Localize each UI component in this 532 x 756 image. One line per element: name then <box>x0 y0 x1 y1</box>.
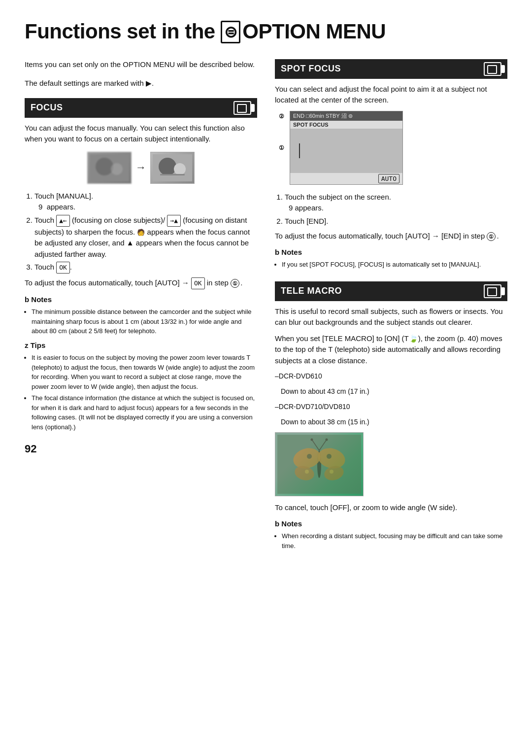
spot-focus-steps: Touch the subject on the screen.9 appear… <box>275 192 507 227</box>
left-column: Items you can set only on the OPTION MEN… <box>25 59 257 555</box>
title-option-label: OPTION MENU <box>242 20 386 43</box>
spot-step-1-text: Touch the subject on the screen. <box>285 193 391 201</box>
focus-tip-2: The focal distance information (the dist… <box>32 393 257 432</box>
spot-focus-section-header: SPOT FOCUS <box>275 59 507 79</box>
focus-tips-list: It is easier to focus on the subject by … <box>25 353 257 432</box>
intro-line1: Items you can set only on the OPTION MEN… <box>25 59 257 70</box>
spot-focus-heading: SPOT FOCUS <box>281 64 341 74</box>
tele-model-1-name: –DCR-DVD610 <box>275 371 507 381</box>
focus-blurry-image <box>87 152 132 184</box>
tele-cancel-note: To cancel, touch [OFF], or zoom to wide … <box>275 502 507 514</box>
tele-notes-list: When recording a distant subject, focusi… <box>275 531 507 550</box>
focus-steps: Touch [MANUAL].9 appears. Touch ▲← (focu… <box>25 191 257 274</box>
tele-macro-heading: TELE MACRO <box>281 286 342 296</box>
focus-ok-inline: OK <box>191 277 205 289</box>
spot-focus-description: You can select and adjust the focal poin… <box>275 84 507 106</box>
focus-close-btn: ▲← <box>56 215 70 227</box>
option-icon: ⊜ <box>221 21 241 43</box>
spot-screen-sub-label: SPOT FOCUS <box>293 122 329 128</box>
butterfly-svg <box>277 435 361 494</box>
focus-tips-heading: Tips <box>31 341 46 349</box>
focus-tip-1: It is easier to focus on the subject by … <box>32 353 257 391</box>
spot-screen-body <box>290 129 402 173</box>
focus-description: You can adjust the focus manually. You c… <box>25 123 257 145</box>
svg-point-1 <box>96 158 113 175</box>
focus-tips-section: z Tips It is easier to focus on the subj… <box>25 340 257 432</box>
title-prefix: Functions set in the <box>25 20 221 43</box>
spot-step-1b: 9 appears. <box>289 204 324 212</box>
focus-heading: FOCUS <box>31 103 63 113</box>
focus-far-btn: →▲ <box>167 215 181 227</box>
spot-label-1: ① <box>279 144 284 151</box>
right-column: SPOT FOCUS You can select and adjust the… <box>275 59 507 555</box>
focus-auto-note: To adjust the focus automatically, touch… <box>25 277 257 289</box>
tele-notes-section: b Notes When recording a distant subject… <box>275 518 507 551</box>
svg-rect-6 <box>160 174 185 175</box>
spot-focus-screen: END □60min STBY 沼 ⊜ SPOT FOCUS AUTO <box>290 111 403 185</box>
focus-note-1: The minimum possible distance between th… <box>32 307 257 336</box>
tele-model-2-name: –DCR-DVD710/DVD810 <box>275 402 507 412</box>
spot-note-1: If you set [SPOT FOCUS], [FOCUS] is auto… <box>282 260 507 270</box>
spot-label-2: ② <box>279 113 284 120</box>
tele-model-1-dist: Down to about 43 cm (17 in.) <box>281 386 507 397</box>
tele-macro-cam-icon <box>484 284 501 298</box>
svg-point-19 <box>311 439 313 441</box>
focus-notes-list: The minimum possible distance between th… <box>25 307 257 336</box>
page-title: Functions set in the ⊜OPTION MENU <box>25 20 507 44</box>
spot-notes-title: b Notes <box>275 247 507 258</box>
spot-auto-note: To adjust the focus automatically, touch… <box>275 231 507 242</box>
page-number: 92 <box>25 441 257 457</box>
spot-notes-list: If you set [SPOT FOCUS], [FOCUS] is auto… <box>275 260 507 270</box>
focus-step-circle-1: ① <box>231 279 239 288</box>
tele-note-1: When recording a distant subject, focusi… <box>282 531 507 550</box>
spot-screen-top-bar: END □60min STBY 沼 ⊜ <box>290 111 402 121</box>
focus-notes-title: b Notes <box>25 294 257 306</box>
spot-step-circle-1: ① <box>487 232 496 241</box>
spot-screen-bottom: AUTO <box>290 173 402 184</box>
intro-line2: The default settings are marked with ▶. <box>25 78 257 89</box>
tele-notes-title: b Notes <box>275 518 507 530</box>
tele-macro-description: This is useful to record small subjects,… <box>275 306 507 328</box>
tele-model-2-dist: Down to about 38 cm (15 in.) <box>281 417 507 427</box>
spot-focus-cam-icon <box>484 62 501 76</box>
blurry-img-svg <box>90 154 129 181</box>
spot-notes-section: b Notes If you set [SPOT FOCUS], [FOCUS]… <box>275 247 507 270</box>
svg-point-13 <box>307 454 312 459</box>
focus-step-1: Touch [MANUAL].9 appears. <box>34 191 257 213</box>
tele-macro-image <box>275 432 364 496</box>
spot-step-2: Touch [END]. <box>285 216 507 227</box>
spot-screen-top-text: END □60min STBY 沼 ⊜ <box>293 112 353 120</box>
tele-macro-section-header: TELE MACRO <box>275 281 507 301</box>
spot-auto-btn: AUTO <box>378 174 399 183</box>
focus-tips-title: z Tips <box>25 340 257 351</box>
svg-point-16 <box>330 470 333 474</box>
focus-arrow: → <box>135 161 146 174</box>
svg-point-20 <box>326 439 328 441</box>
svg-point-5 <box>174 163 186 175</box>
svg-point-15 <box>305 470 309 474</box>
focus-section-header: FOCUS <box>25 98 257 118</box>
spot-step-1: Touch the subject on the screen.9 appear… <box>285 192 507 214</box>
spot-cursor-line <box>299 143 305 158</box>
focus-notes-heading: Notes <box>31 295 52 304</box>
svg-point-2 <box>111 163 123 175</box>
focus-notes-section: b Notes The minimum possible distance be… <box>25 294 257 336</box>
svg-point-14 <box>327 454 332 459</box>
sharp-img-svg <box>153 154 192 181</box>
spot-notes-heading: Notes <box>281 248 302 256</box>
focus-sharp-image <box>150 152 195 184</box>
tele-macro-when-set: When you set [TELE MACRO] to [ON] (T🍃), … <box>275 333 507 367</box>
spot-screen-label: SPOT FOCUS <box>290 121 402 129</box>
svg-point-4 <box>159 158 176 175</box>
focus-step-2: Touch ▲← (focusing on close subjects)/ →… <box>34 215 257 260</box>
focus-step-3: Touch OK. <box>34 262 257 274</box>
focus-cam-icon <box>233 101 251 115</box>
focus-ok-btn: OK <box>56 262 70 274</box>
focus-images: → <box>25 152 257 184</box>
spot-focus-screen-wrapper: ② END □60min STBY 沼 ⊜ SPOT FOCUS AUTO ① <box>290 111 507 185</box>
tele-notes-heading: Notes <box>281 519 302 528</box>
